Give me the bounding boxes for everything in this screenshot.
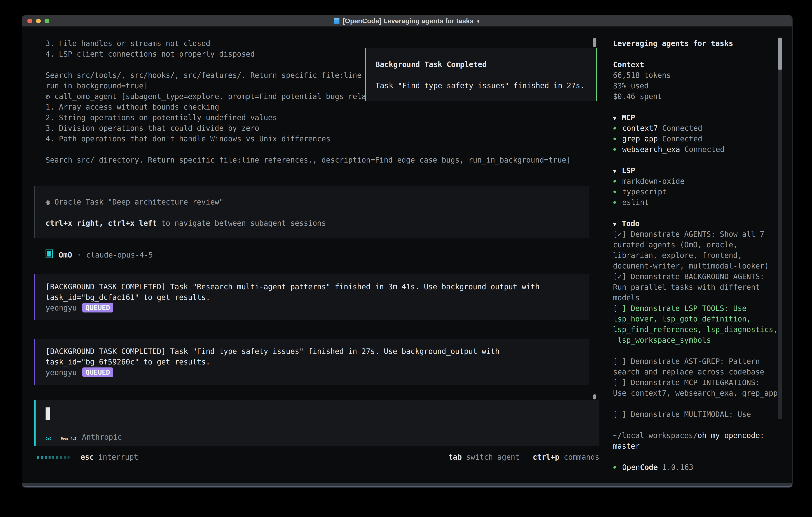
agent-model: claude-opus-4-5 [86, 251, 153, 259]
status-badge: QUEUED [82, 368, 113, 377]
todo-line: [ ] Demonstrate MULTIMODAL: Use [613, 409, 783, 419]
todo-line: document-writer, multimodal-looker) [613, 261, 783, 271]
status-bar: esc interrupt tabswitch agent ctrl+pcomm… [34, 452, 600, 462]
mcp-section-header[interactable]: ▼MCP [613, 112, 783, 123]
prompt-input[interactable]: OmOOpus 4.5Anthropic [34, 400, 600, 446]
terminal-line: 2. String operations on potentially unde… [34, 112, 600, 123]
shortcut-hint: to navigate between subagent sessions [157, 219, 326, 227]
lsp-item: markdown-oxide [613, 176, 783, 187]
todo-line: Use context7, websearch_exa, grep_app [613, 388, 783, 399]
input-provider: Anthropic [82, 433, 122, 441]
todo-line: [ ] Demonstrate MCP INTEGRATIONS: [613, 377, 783, 388]
background-task-notification: Background Task Completed Task "Find typ… [365, 48, 597, 101]
fisheye-icon: ◉ [46, 198, 50, 206]
todo-line: [ ] Demonstrate AST-GREP: Pattern [613, 356, 783, 366]
window-title-text: [OpenCode] Leveraging agents for tasks [343, 17, 474, 25]
workspace-branch: master [613, 441, 783, 452]
agent-name: OmO [59, 251, 72, 259]
terminal-line: 3. File handles or streams not closed [34, 38, 600, 49]
todo-line: curated agents (OmO, oracle, [613, 240, 783, 250]
mcp-item: grep_appConnected [613, 134, 783, 144]
green-dot-icon [613, 138, 616, 140]
terminal-line: 3. Division operations that could divide… [34, 123, 600, 134]
window-bottom-edge [22, 483, 792, 487]
input-model-version: Opus 4.5 [61, 437, 76, 440]
lsp-section-header[interactable]: ▼LSP [613, 165, 783, 176]
context-spent: $0.46 spent [613, 91, 783, 102]
lsp-item: typescript [613, 187, 783, 197]
todo-section-header[interactable]: ▼Todo [613, 218, 783, 229]
commands-shortcut: ctrl+pcommands [533, 457, 600, 460]
mcp-item: context7Connected [613, 123, 783, 134]
todo-line-active: lsp_hover, lsp_goto_definition, [613, 314, 783, 324]
titlebar[interactable]: [OpenCode] Leveraging agents for tasks ◐ [22, 16, 792, 27]
oracle-task-title: ◉ Oracle Task "Deep architecture review" [35, 197, 589, 207]
chevron-down-icon: ▼ [613, 113, 622, 124]
sidebar: Leveraging agents for tasks Context 66,5… [613, 38, 783, 472]
half-moon-icon: ◐ [477, 17, 481, 25]
todo-line: [✓] Demonstrate BACKGROUND AGENTS: [613, 271, 783, 282]
main-scrollbar-mark[interactable] [593, 394, 597, 400]
agent-badge-icon [46, 249, 53, 258]
message-line: task_id="bg_6f59260c" to get results. [35, 357, 589, 367]
todo-line: search and replace across codebase [613, 366, 783, 377]
separator-dot: · [77, 251, 81, 259]
green-dot-icon [613, 148, 616, 151]
message-meta: yeongyuQUEUED [35, 367, 589, 378]
context-tokens: 66,518 tokens [613, 70, 783, 81]
background-task-message: [BACKGROUND TASK COMPLETED] Task "Resear… [34, 274, 589, 320]
message-line: [BACKGROUND TASK COMPLETED] Task "Resear… [35, 281, 589, 292]
mcp-item: websearch_exaConnected [613, 144, 783, 155]
esc-key-label: interrupt [98, 453, 138, 461]
background-task-message: [BACKGROUND TASK COMPLETED] Task "Find t… [34, 339, 589, 385]
green-dot-icon [613, 127, 616, 130]
green-dot-icon [613, 201, 616, 204]
chevron-down-icon: ▼ [613, 166, 622, 176]
notification-body: Task "Find type safety issues" finished … [375, 80, 596, 91]
opencode-window: [OpenCode] Leveraging agents for tasks ◐… [22, 16, 792, 487]
spinner-icon [37, 456, 71, 459]
status-badge: QUEUED [82, 303, 113, 312]
text-cursor [46, 407, 50, 420]
document-icon [334, 18, 340, 24]
opencode-version: OpenCode1.0.163 [613, 462, 783, 472]
green-dot-icon [613, 191, 616, 193]
todo-line-active: lsp_workspace_symbols [613, 335, 783, 346]
sidebar-scrollbar-thumb[interactable] [778, 37, 782, 70]
terminal-line: 1. Array access without bounds checking [34, 102, 600, 112]
window-title: [OpenCode] Leveraging agents for tasks ◐ [22, 16, 792, 26]
esc-key-hint: esc [81, 453, 94, 461]
terminal-line: 4. Path operations that don't handle Win… [34, 134, 600, 144]
input-agent-name: OmO [46, 437, 51, 440]
terminal-line: Search src/ directory. Return specific f… [34, 155, 600, 165]
chevron-down-icon: ▼ [613, 219, 622, 229]
todo-line-active: [ ] Demonstrate LSP TOOLS: Use [613, 303, 783, 314]
status-left: esc interrupt [34, 453, 138, 461]
sidebar-title: Leveraging agents for tasks [613, 38, 783, 49]
todo-line: models [613, 293, 783, 303]
lsp-item: eslint [613, 197, 783, 208]
todo-line: librarian, explore, frontend, [613, 250, 783, 261]
agent-header: OmO·claude-opus-4-5 [34, 249, 600, 260]
message-meta: yeongyuQUEUED [35, 303, 589, 313]
oracle-task-box: ◉ Oracle Task "Deep architecture review"… [34, 186, 589, 238]
green-dot-icon [613, 180, 616, 183]
context-used: 33% used [613, 81, 783, 91]
notification-title: Background Task Completed [375, 59, 596, 70]
tab-shortcut: tabswitch agent [448, 457, 520, 460]
status-right: tabswitch agent ctrl+pcommands [448, 453, 600, 461]
sidebar-scrollbar-track[interactable] [778, 70, 782, 419]
todo-line: [✓] Demonstrate AGENTS: Show all 7 [613, 229, 783, 240]
main-scrollbar-thumb[interactable] [593, 38, 597, 47]
message-user: yeongyu [46, 304, 77, 312]
green-dot-icon [613, 466, 616, 469]
shortcut-keys: ctrl+x right, ctrl+x left [46, 219, 157, 227]
gear-icon: ⚙ [46, 92, 50, 101]
context-heading: Context [613, 59, 783, 70]
model-row: OmOOpus 4.5Anthropic [46, 433, 122, 441]
subagent-nav-hint: ctrl+x right, ctrl+x left to navigate be… [35, 218, 589, 228]
message-line: task_id="bg_dcfac161" to get results. [35, 292, 589, 303]
todo-line: Run parallel tasks with different [613, 282, 783, 293]
workspace-path: ~/local-workspaces/oh-my-opencode: [613, 430, 783, 441]
terminal-line [34, 144, 600, 155]
